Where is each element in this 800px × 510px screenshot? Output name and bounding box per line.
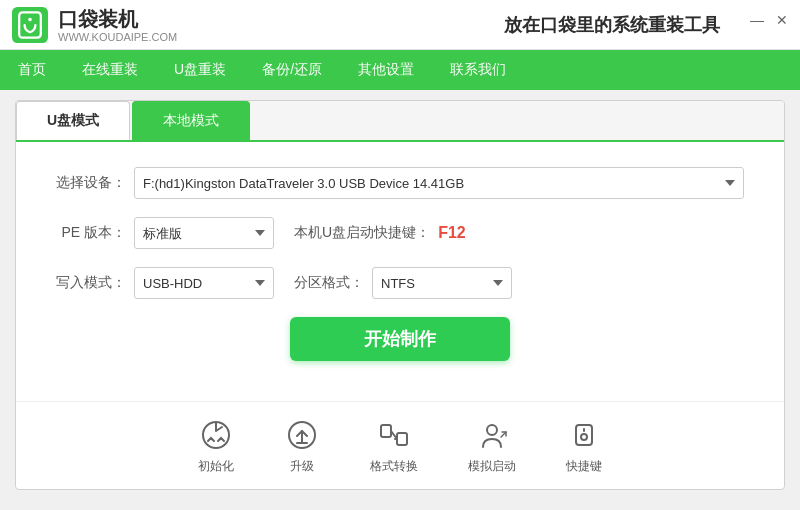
window-controls: — ✕ — [750, 12, 788, 28]
logo-icon — [12, 7, 48, 43]
icon-upgrade-label: 升级 — [290, 458, 314, 475]
svg-point-1 — [28, 17, 32, 21]
title-bar: 口袋装机 WWW.KOUDAIPE.COM 放在口袋里的系统重装工具 — ✕ — [0, 0, 800, 50]
main-content: U盘模式 本地模式 选择设备： F:(hd1)Kingston DataTrav… — [15, 100, 785, 490]
device-select[interactable]: F:(hd1)Kingston DataTraveler 3.0 USB Dev… — [134, 167, 744, 199]
close-button[interactable]: ✕ — [776, 12, 788, 28]
device-label: 选择设备： — [56, 174, 126, 192]
tab-local[interactable]: 本地模式 — [132, 101, 250, 140]
form-area: 选择设备： F:(hd1)Kingston DataTraveler 3.0 U… — [16, 142, 784, 386]
app-title: 口袋装机 — [58, 7, 177, 31]
upgrade-icon — [284, 417, 320, 453]
nav-item-udisk[interactable]: U盘重装 — [156, 50, 244, 90]
shortcut-icon — [566, 417, 602, 453]
device-row: 选择设备： F:(hd1)Kingston DataTraveler 3.0 U… — [56, 167, 744, 199]
icon-format-label: 格式转换 — [370, 458, 418, 475]
icon-shortcut[interactable]: 快捷键 — [566, 417, 602, 475]
icon-simulate-label: 模拟启动 — [468, 458, 516, 475]
icon-shortcut-label: 快捷键 — [566, 458, 602, 475]
header-tagline: 放在口袋里的系统重装工具 — [504, 13, 720, 37]
nav-item-backup[interactable]: 备份/还原 — [244, 50, 340, 90]
format-icon — [376, 417, 412, 453]
pe-row: PE 版本： 标准版 本机U盘启动快捷键： F12 — [56, 217, 744, 249]
svg-point-11 — [581, 434, 587, 440]
tabs: U盘模式 本地模式 — [16, 101, 784, 142]
write-select[interactable]: USB-HDD — [134, 267, 274, 299]
icon-upgrade[interactable]: 升级 — [284, 417, 320, 475]
partition-label: 分区格式： — [294, 274, 364, 292]
svg-rect-5 — [381, 425, 391, 437]
write-row: 写入模式： USB-HDD 分区格式： NTFS — [56, 267, 744, 299]
hotkey-label: 本机U盘启动快捷键： — [294, 224, 430, 242]
minimize-button[interactable]: — — [750, 12, 764, 28]
nav-item-settings[interactable]: 其他设置 — [340, 50, 432, 90]
tab-udisk[interactable]: U盘模式 — [16, 101, 130, 140]
svg-point-8 — [487, 425, 497, 435]
icon-simulate[interactable]: 模拟启动 — [468, 417, 516, 475]
nav-item-online[interactable]: 在线重装 — [64, 50, 156, 90]
icon-init[interactable]: 初始化 — [198, 417, 234, 475]
pe-label: PE 版本： — [56, 224, 126, 242]
app-name-block: 口袋装机 WWW.KOUDAIPE.COM — [58, 7, 177, 43]
write-label: 写入模式： — [56, 274, 126, 292]
nav-item-contact[interactable]: 联系我们 — [432, 50, 524, 90]
icon-init-label: 初始化 — [198, 458, 234, 475]
nav-item-home[interactable]: 首页 — [0, 50, 64, 90]
start-button[interactable]: 开始制作 — [290, 317, 510, 361]
pe-select[interactable]: 标准版 — [134, 217, 274, 249]
simulate-icon — [474, 417, 510, 453]
init-icon — [198, 417, 234, 453]
hotkey-value: F12 — [438, 224, 466, 242]
nav-bar: 首页 在线重装 U盘重装 备份/还原 其他设置 联系我们 — [0, 50, 800, 90]
partition-select[interactable]: NTFS — [372, 267, 512, 299]
icon-format[interactable]: 格式转换 — [370, 417, 418, 475]
bottom-icons: 初始化 升级 格式转换 — [16, 401, 784, 485]
app-url: WWW.KOUDAIPE.COM — [58, 31, 177, 43]
svg-rect-6 — [397, 433, 407, 445]
